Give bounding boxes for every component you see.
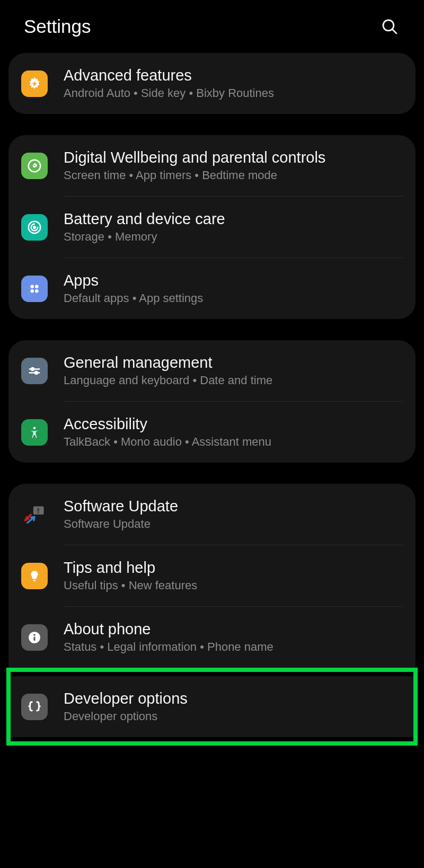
svg-point-6	[30, 285, 34, 288]
svg-point-13	[35, 371, 38, 374]
row-title: Digital Wellbeing and parental controls	[64, 149, 325, 166]
svg-line-1	[392, 29, 396, 33]
row-subtitle: Language and keyboard • Date and time	[64, 374, 272, 387]
svg-point-7	[35, 285, 39, 288]
row-text: About phone Status • Legal information •…	[64, 621, 273, 654]
apps-icon	[21, 276, 48, 302]
row-general-management[interactable]: General management Language and keyboard…	[8, 340, 416, 401]
row-apps[interactable]: Apps Default apps • App settings	[8, 258, 416, 319]
svg-rect-20	[33, 636, 35, 641]
settings-group: Software Update Software Update Tips and…	[8, 484, 416, 668]
row-developer-options[interactable]: Developer options Developer options	[11, 676, 413, 737]
row-text: Accessibility TalkBack • Mono audio • As…	[64, 415, 271, 449]
row-advanced-features[interactable]: Advanced features Android Auto • Side ke…	[8, 53, 416, 114]
row-text: Apps Default apps • App settings	[64, 272, 203, 305]
highlight-box: Developer options Developer options	[6, 668, 418, 746]
svg-rect-16	[38, 508, 39, 511]
search-icon	[381, 17, 399, 36]
settings-group: Digital Wellbeing and parental controls …	[8, 135, 416, 319]
row-software-update[interactable]: Software Update Software Update	[8, 484, 416, 545]
row-title: Apps	[64, 272, 203, 289]
row-text: Tips and help Useful tips • New features	[64, 559, 197, 592]
svg-point-8	[30, 289, 34, 293]
row-subtitle: TalkBack • Mono audio • Assistant menu	[64, 435, 271, 449]
accessibility-icon	[21, 419, 48, 446]
braces-icon	[21, 694, 48, 720]
search-button[interactable]	[379, 16, 400, 37]
svg-point-5	[33, 226, 36, 228]
row-subtitle: Screen time • App timers • Bedtime mode	[64, 169, 325, 182]
row-title: Advanced features	[64, 67, 274, 84]
row-title: General management	[64, 354, 272, 371]
row-title: Developer options	[64, 690, 188, 707]
svg-rect-17	[38, 512, 39, 513]
software-update-icon	[21, 501, 48, 528]
row-subtitle: Android Auto • Side key • Bixby Routines	[64, 86, 274, 100]
settings-group: Advanced features Android Auto • Side ke…	[8, 53, 416, 114]
advanced-features-icon	[21, 70, 48, 97]
svg-point-9	[35, 289, 39, 293]
row-text: Developer options Developer options	[64, 690, 188, 723]
row-title: Software Update	[64, 498, 178, 515]
row-subtitle: Status • Legal information • Phone name	[64, 640, 273, 654]
wellbeing-icon	[21, 153, 48, 179]
row-text: Digital Wellbeing and parental controls …	[64, 149, 325, 182]
row-digital-wellbeing[interactable]: Digital Wellbeing and parental controls …	[8, 135, 416, 196]
row-text: Advanced features Android Auto • Side ke…	[64, 67, 274, 100]
header: Settings	[0, 0, 424, 53]
row-tips-and-help[interactable]: Tips and help Useful tips • New features	[8, 545, 416, 606]
page-title: Settings	[24, 16, 91, 37]
svg-point-11	[31, 367, 34, 370]
svg-point-19	[33, 634, 35, 635]
sliders-icon	[21, 358, 48, 384]
row-battery-device-care[interactable]: Battery and device care Storage • Memory	[8, 197, 416, 258]
row-accessibility[interactable]: Accessibility TalkBack • Mono audio • As…	[8, 402, 416, 463]
row-title: Battery and device care	[64, 210, 225, 228]
row-subtitle: Software Update	[64, 517, 178, 531]
device-care-icon	[21, 214, 48, 241]
row-subtitle: Useful tips • New features	[64, 579, 197, 592]
row-about-phone[interactable]: About phone Status • Legal information •…	[8, 607, 416, 668]
row-title: Tips and help	[64, 559, 197, 577]
row-title: Accessibility	[64, 415, 271, 433]
row-text: Battery and device care Storage • Memory	[64, 210, 225, 244]
row-subtitle: Default apps • App settings	[64, 291, 203, 305]
svg-point-14	[33, 427, 36, 429]
settings-group: General management Language and keyboard…	[8, 340, 416, 463]
info-icon	[21, 624, 48, 651]
row-title: About phone	[64, 621, 273, 638]
row-subtitle: Developer options	[64, 710, 188, 723]
row-text: General management Language and keyboard…	[64, 354, 272, 387]
row-text: Software Update Software Update	[64, 498, 178, 531]
row-subtitle: Storage • Memory	[64, 230, 225, 244]
bulb-icon	[21, 563, 48, 589]
